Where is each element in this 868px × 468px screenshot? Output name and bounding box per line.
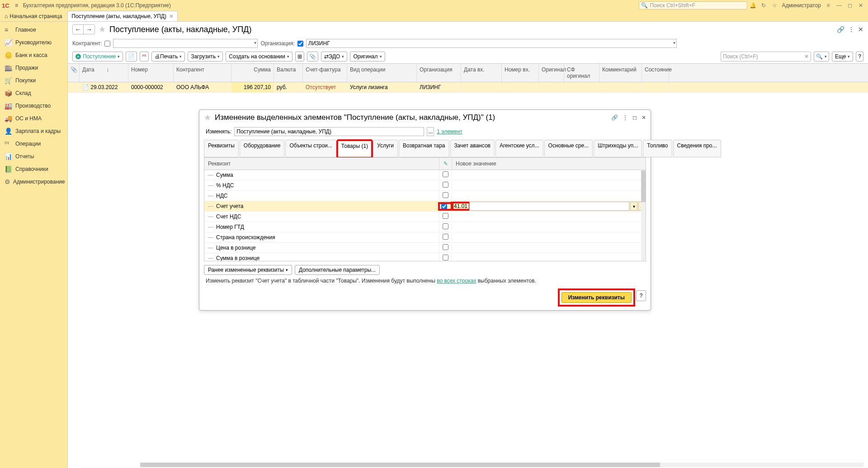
req-row[interactable]: —НДС [204, 191, 646, 201]
close-icon[interactable]: ✕ [856, 2, 865, 9]
create-based-button[interactable]: Создать на основании▾ [226, 52, 292, 61]
receipt-button[interactable]: Поступление▾ [72, 52, 123, 61]
req-row[interactable]: —Счет НДС [204, 212, 646, 222]
modal-more-icon[interactable]: ⋮ [623, 114, 628, 121]
modal-star-icon[interactable]: ★ [204, 113, 211, 123]
grid-search-input[interactable]: Поиск (Ctrl+F) ✕ [721, 52, 811, 61]
date-in-header[interactable]: Дата вх. [461, 64, 502, 82]
sidebar-item-manager[interactable]: 📈Руководителю [0, 36, 67, 49]
close-form-icon[interactable]: ✕ [858, 26, 863, 33]
sf-original-header[interactable]: СФ оригинал [564, 64, 599, 82]
sum-header[interactable]: Сумма [231, 64, 274, 82]
related-button[interactable]: ⊞ [295, 52, 304, 61]
sidebar-item-directories[interactable]: 📗Справочники [0, 163, 67, 175]
org-filter-combo[interactable]: ЛИЗИНГ▾ [306, 39, 677, 48]
modal-link-icon[interactable]: 🔗 [611, 114, 618, 121]
row-checkbox[interactable] [443, 182, 448, 188]
req-row[interactable]: —Номер ГТД [204, 222, 646, 232]
invoice-header[interactable]: Счет-фактура [303, 64, 347, 82]
currency-header[interactable]: Валюта [274, 64, 303, 82]
edo-button[interactable]: ⇄ ЭДО▾ [321, 52, 348, 61]
back-button[interactable]: ← [73, 25, 84, 34]
tab-goods[interactable]: Товары (1) [337, 140, 372, 158]
req-row[interactable]: —Страна происхождения [204, 232, 646, 243]
req-row[interactable]: —% НДС [204, 180, 646, 191]
row-checkbox[interactable] [443, 255, 448, 260]
combo-dd-icon[interactable]: ▾ [630, 202, 637, 211]
optype-header[interactable]: Вид операции [347, 64, 417, 82]
tab-equipment[interactable]: Оборудование [240, 140, 285, 157]
settings-icon[interactable]: ≡ [824, 2, 833, 9]
sidebar-item-warehouse[interactable]: 📦Склад [0, 87, 67, 99]
tab-barcodes[interactable]: Штрихкоды уп... [594, 140, 642, 157]
change-combo-dd[interactable]: ... [427, 127, 434, 136]
row-checkbox[interactable] [443, 192, 448, 198]
load-button[interactable]: Загрузить▾ [188, 52, 223, 61]
req-row-account[interactable]: —Счет учета 41.01 ▾↗ [204, 201, 646, 212]
help-button[interactable]: ? [856, 52, 863, 61]
clear-search-icon[interactable]: ✕ [804, 53, 809, 60]
req-header[interactable]: Реквизит [204, 158, 439, 170]
agent-filter-combo[interactable]: ▾ [113, 39, 258, 48]
agent-filter-checkbox[interactable] [104, 41, 110, 47]
org-filter-checkbox[interactable] [297, 41, 303, 47]
sidebar-item-production[interactable]: 🏭Производство [0, 99, 67, 112]
close-tab-icon[interactable]: ✕ [169, 13, 174, 19]
print-button[interactable]: 🖨 Печать▾ [151, 52, 185, 61]
sidebar-item-salary[interactable]: 👤Зарплата и кадры [0, 125, 67, 137]
tab-fuel[interactable]: Топливо [643, 140, 672, 157]
num-in-header[interactable]: Номер вх. [502, 64, 539, 82]
change-requisites-button[interactable]: Изменить реквизиты [561, 292, 632, 303]
favorite-star-icon[interactable]: ★ [99, 24, 106, 34]
modal-close-icon[interactable]: ✕ [642, 114, 646, 121]
row-checkbox[interactable] [443, 223, 448, 229]
tab-requisites[interactable]: Реквизиты [204, 140, 239, 157]
tab-services[interactable]: Услуги [373, 140, 398, 157]
copy-button[interactable]: 📄 [126, 52, 137, 61]
sidebar-item-admin[interactable]: ⚙Администрирование [0, 175, 67, 188]
user-label[interactable]: Администратор [782, 2, 821, 9]
sidebar-item-reports[interactable]: 📊Отчеты [0, 150, 67, 163]
modal-maximize-icon[interactable]: ◻ [632, 114, 637, 121]
star-icon[interactable]: ☆ [770, 2, 779, 9]
row-checkbox[interactable] [443, 234, 448, 240]
tab-receipts[interactable]: Поступление (акты, накладные, УПД) ✕ [67, 11, 178, 21]
maximize-icon[interactable]: ◻ [845, 2, 854, 9]
req-row[interactable]: —Сумма в рознице [204, 253, 646, 261]
menu-icon[interactable]: ≡ [12, 2, 21, 9]
additional-params-button[interactable]: Дополнительные параметры... [295, 265, 380, 275]
all-rows-link[interactable]: во всех строках [437, 278, 476, 284]
link-icon[interactable]: 🔗 [837, 26, 844, 33]
newval-header[interactable]: Новое значение [452, 158, 646, 170]
attach-button[interactable]: 📎 [307, 52, 318, 61]
row-checkbox[interactable] [443, 213, 448, 219]
search-button[interactable]: 🔍▾ [814, 52, 829, 61]
change-combo[interactable]: Поступление (акты, накладные, УПД) [234, 127, 424, 136]
sidebar-item-purchases[interactable]: 🛒Покупки [0, 74, 67, 87]
tab-fixed-assets[interactable]: Основные сре... [544, 140, 593, 157]
dt-kt-button[interactable]: ᴬᴷ [140, 52, 149, 61]
table-row[interactable]: 📄 29.03.2022 0000-000002 ООО АЛЬФА 196 2… [68, 82, 868, 93]
home-tab[interactable]: ⌂ Начальная страница [0, 11, 66, 21]
vertical-scrollbar[interactable] [641, 170, 646, 261]
row-checkbox[interactable] [443, 244, 448, 250]
row-checkbox[interactable] [443, 171, 448, 177]
global-search-input[interactable]: 🔍 Поиск Ctrl+Shift+F [639, 1, 747, 9]
tab-advances[interactable]: Зачет авансов [450, 140, 495, 157]
horizontal-scrollbar[interactable] [140, 463, 863, 467]
comment-header[interactable]: Комментарий [599, 64, 642, 82]
req-row[interactable]: —Сумма [204, 170, 646, 180]
agent-header[interactable]: Контрагент [174, 64, 231, 82]
row-checkbox[interactable] [441, 203, 447, 209]
sidebar-item-operations[interactable]: ᴰᵗОперации [0, 137, 67, 150]
sidebar-item-assets[interactable]: 🚚ОС и НМА [0, 112, 67, 125]
prev-changed-button[interactable]: Ранее измененные реквизиты▾ [204, 265, 292, 275]
sidebar-item-main[interactable]: ≡Главное [0, 24, 67, 36]
history-icon[interactable]: ↻ [759, 2, 768, 9]
modal-help-button[interactable]: ? [636, 290, 646, 301]
sidebar-item-sales[interactable]: 🏬Продажи [0, 61, 67, 74]
more-button[interactable]: Еще▾ [832, 52, 853, 61]
number-header[interactable]: Номер [128, 64, 174, 82]
bell-icon[interactable]: 🔔 [748, 2, 757, 9]
sidebar-item-bank[interactable]: 🪙Банк и касса [0, 49, 67, 61]
